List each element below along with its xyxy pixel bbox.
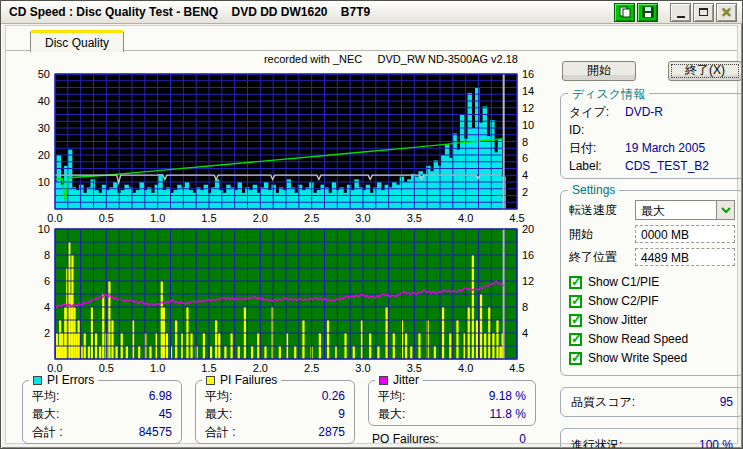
jitter-stats-column: Jitter 平均:9.18 % 最大:11.8 % PO Failures: …	[368, 380, 536, 447]
maximize-button[interactable]	[693, 3, 714, 22]
transfer-speed-row: 転送速度 最大	[569, 200, 735, 220]
pi-failures-stats: PI Failures 平均:0.26 最大:9 合計 :2875	[195, 380, 355, 444]
svg-text:4: 4	[522, 327, 528, 339]
checkbox-checked-icon: ✓	[569, 333, 582, 346]
minimize-button[interactable]	[670, 3, 691, 22]
svg-text:12: 12	[522, 102, 534, 114]
svg-text:50: 50	[38, 68, 50, 80]
tab-strip: Disc Quality	[6, 26, 737, 51]
stat-row: 最大:11.8 %	[378, 405, 526, 423]
stat-row: 最大:45	[32, 405, 172, 423]
svg-text:3.0: 3.0	[355, 362, 370, 374]
disc-info-title: ディスク情報	[568, 86, 649, 103]
svg-text:30: 30	[38, 122, 50, 134]
recorded-with-label: recorded with _NEC DVD_RW ND-3500AG v2.1…	[9, 53, 554, 68]
svg-text:6: 6	[522, 152, 528, 164]
checkbox-show-write-speed[interactable]: ✓Show Write Speed	[569, 349, 735, 368]
checkbox-checked-icon: ✓	[569, 276, 582, 289]
maximize-icon	[699, 8, 708, 16]
checkbox-show-jitter[interactable]: ✓Show Jitter	[569, 311, 735, 330]
checkbox-checked-icon: ✓	[569, 314, 582, 327]
show-options: ✓Show C1/PIE ✓Show C2/PIF ✓Show Jitter ✓…	[569, 273, 735, 368]
stats-row: PI Errors 平均:6.98 最大:45 合計 :84575 PI Fai…	[9, 380, 554, 447]
svg-text:14: 14	[522, 85, 534, 97]
svg-text:8: 8	[522, 301, 528, 313]
tab-disc-quality[interactable]: Disc Quality	[30, 30, 124, 52]
svg-text:3.0: 3.0	[355, 212, 370, 224]
svg-text:2.0: 2.0	[253, 212, 268, 224]
stat-row: 合計 :84575	[32, 423, 172, 441]
stat-row: 平均:6.98	[32, 387, 172, 405]
svg-text:0.5: 0.5	[99, 362, 114, 374]
svg-text:16: 16	[522, 68, 534, 80]
chevron-down-icon	[721, 207, 731, 214]
svg-text:1.5: 1.5	[201, 212, 216, 224]
svg-text:4.0: 4.0	[458, 212, 473, 224]
save-button[interactable]	[637, 3, 658, 22]
action-buttons: 開始 終了(X)	[562, 61, 742, 81]
close-button[interactable]: ✕	[716, 3, 737, 22]
minimize-icon	[677, 16, 685, 18]
disc-info-row: 日付:19 March 2005	[569, 139, 735, 157]
svg-text:1.0: 1.0	[150, 212, 165, 224]
right-panel: 開始 終了(X) ディスク情報 タイプ:DVD-R ID: 日付:19 Marc…	[554, 53, 743, 443]
svg-text:1.0: 1.0	[150, 362, 165, 374]
checkbox-show-read-speed[interactable]: ✓Show Read Speed	[569, 330, 735, 349]
svg-text:2: 2	[522, 186, 528, 198]
copy-icon	[619, 6, 631, 18]
progress-row: 進行状況:100 %	[569, 436, 735, 449]
start-position-input[interactable]: 0000 MB	[635, 225, 735, 243]
charts-column: recorded with _NEC DVD_RW ND-3500AG v2.1…	[6, 53, 554, 443]
jitter-swatch-icon	[379, 376, 388, 385]
disc-info-row: ID:	[569, 121, 735, 139]
disc-info-group: ディスク情報 タイプ:DVD-R ID: 日付:19 March 2005 La…	[560, 93, 743, 179]
svg-text:4: 4	[522, 169, 528, 181]
start-button[interactable]: 開始	[562, 61, 636, 81]
stat-row: 最大:9	[205, 405, 345, 423]
save-icon	[642, 6, 654, 18]
pi-errors-title: PI Errors	[47, 373, 94, 387]
client-area: Disc Quality recorded with _NEC DVD_RW N…	[5, 25, 738, 444]
svg-text:12: 12	[522, 275, 534, 287]
start-position-row: 開始 0000 MB	[569, 225, 735, 243]
checkbox-checked-icon: ✓	[569, 352, 582, 365]
svg-text:8: 8	[522, 136, 528, 148]
svg-text:10: 10	[522, 119, 534, 131]
titlebar-buttons: ✕	[614, 3, 737, 22]
checkbox-checked-icon: ✓	[569, 295, 582, 308]
copy-to-clipboard-button[interactable]	[614, 3, 635, 22]
disc-info-row: Label:CDS_TEST_B2	[569, 157, 735, 175]
checkbox-show-c1-pie[interactable]: ✓Show C1/PIE	[569, 273, 735, 292]
stat-row: 合計 :2875	[205, 423, 345, 441]
settings-group: Settings 転送速度 最大 開始	[560, 190, 743, 376]
svg-text:10: 10	[38, 176, 50, 188]
combo-dropdown-button[interactable]	[716, 201, 734, 219]
svg-text:16: 16	[522, 249, 534, 261]
svg-text:2: 2	[44, 327, 50, 339]
window-title: CD Speed : Disc Quality Test - BENQ DVD …	[9, 5, 614, 19]
quality-score-group: 品質スコア: 95	[560, 387, 743, 417]
quality-score-value: 95	[720, 394, 733, 410]
exit-button[interactable]: 終了(X)	[668, 61, 742, 81]
jitter-stats: Jitter 平均:9.18 % 最大:11.8 %	[368, 380, 536, 426]
svg-text:40: 40	[38, 95, 50, 107]
close-icon: ✕	[721, 6, 732, 19]
end-position-input[interactable]: 4489 MB	[635, 248, 735, 266]
pi-failures-chart: 108642201612840.00.51.01.52.02.53.03.54.…	[9, 224, 554, 374]
svg-text:4.5: 4.5	[509, 212, 524, 224]
checkbox-show-c2-pif[interactable]: ✓Show C2/PIF	[569, 292, 735, 311]
svg-text:2.5: 2.5	[304, 212, 319, 224]
transfer-speed-select[interactable]: 最大	[635, 200, 735, 220]
pi-errors-chart: 50403020101614121086420.00.51.01.52.02.5…	[9, 68, 554, 224]
app-window: CD Speed : Disc Quality Test - BENQ DVD …	[0, 0, 743, 449]
pi-errors-stats: PI Errors 平均:6.98 最大:45 合計 :84575	[22, 380, 182, 444]
pi-errors-swatch-icon	[33, 376, 42, 385]
svg-text:10: 10	[38, 224, 50, 235]
svg-text:0.0: 0.0	[47, 212, 62, 224]
quality-score-row: 品質スコア: 95	[569, 394, 735, 410]
svg-text:0.5: 0.5	[99, 212, 114, 224]
settings-title: Settings	[568, 183, 619, 197]
svg-text:20: 20	[522, 224, 534, 235]
svg-text:20: 20	[38, 149, 50, 161]
title-bar: CD Speed : Disc Quality Test - BENQ DVD …	[1, 1, 742, 24]
